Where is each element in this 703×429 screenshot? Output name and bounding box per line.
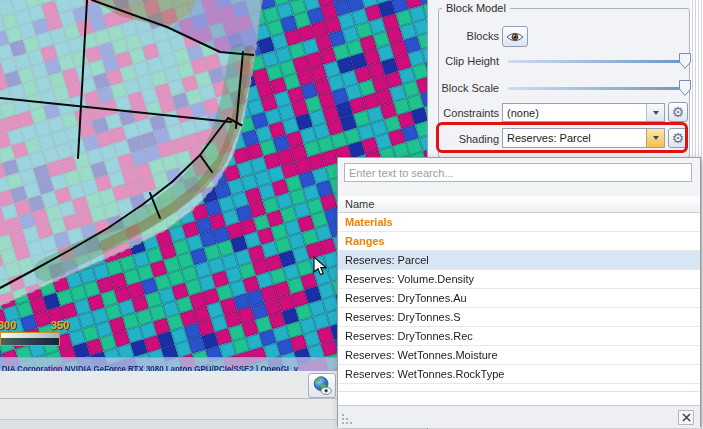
shading-options-list: Materials Ranges Reserves: Parcel Reserv… — [338, 213, 700, 384]
list-item-volume-density[interactable]: Reserves: Volume.Density — [338, 270, 700, 289]
close-icon — [682, 413, 691, 422]
gear-icon: ⚙ — [672, 105, 685, 119]
globe-view-button[interactable] — [308, 373, 336, 398]
blocks-label: Blocks — [428, 30, 499, 43]
chevron-down-icon — [653, 111, 659, 115]
scale-bar-bottom — [1, 338, 59, 345]
constraints-settings-button[interactable]: ⚙ — [668, 102, 688, 122]
constraints-combo[interactable]: (none) — [502, 103, 665, 122]
list-item-drytonnes-rec[interactable]: Reserves: DryTonnes.Rec — [338, 327, 700, 346]
scale-label-350: 350 — [51, 319, 69, 331]
scale-label-300: 300 — [0, 319, 16, 331]
list-item-wettonnes-rocktype[interactable]: Reserves: WetTonnes.RockType — [338, 365, 700, 384]
clip-height-label: Clip Height — [428, 55, 499, 68]
shading-highlight-ring — [436, 122, 688, 153]
shading-dropdown-popup: Name Materials Ranges Reserves: Parcel R… — [337, 157, 701, 427]
constraints-combo-arrow[interactable] — [646, 104, 664, 121]
resize-grip[interactable] — [341, 411, 354, 425]
scale-bar — [0, 332, 60, 346]
block-scale-slider-thumb[interactable] — [679, 80, 691, 96]
list-item-wettonnes-moisture[interactable]: Reserves: WetTonnes.Moisture — [338, 346, 700, 365]
block-scale-slider-track[interactable] — [508, 87, 691, 90]
mouse-cursor-icon — [313, 256, 327, 281]
globe-icon — [311, 375, 333, 396]
block-scale-label: Block Scale — [428, 82, 499, 95]
popup-search-area — [338, 158, 700, 196]
popup-footer — [338, 405, 700, 428]
clip-height-slider-track[interactable] — [508, 60, 691, 63]
list-item-drytonnes-au[interactable]: Reserves: DryTonnes.Au — [338, 289, 700, 308]
eye-icon — [506, 31, 524, 43]
popup-close-button[interactable] — [678, 410, 694, 425]
application-window: 300 350 DIA Corporation NVIDIA GeForce R… — [0, 0, 703, 429]
group-title: Block Model — [442, 2, 510, 14]
search-input[interactable] — [344, 163, 692, 182]
list-end-divider — [338, 391, 700, 392]
clip-height-slider-thumb[interactable] — [679, 53, 691, 69]
list-group-ranges[interactable]: Ranges — [338, 232, 700, 251]
constraints-combo-value: (none) — [503, 107, 646, 119]
gpu-status-text: DIA Corporation NVIDIA GeForce RTX 3080 … — [0, 363, 298, 371]
list-item-drytonnes-s[interactable]: Reserves: DryTonnes.S — [338, 308, 700, 327]
list-group-materials[interactable]: Materials — [338, 213, 700, 232]
blocks-visibility-button[interactable] — [502, 26, 528, 47]
list-column-header: Name — [338, 196, 700, 213]
constraints-label: Constraints — [428, 107, 499, 120]
list-item-reserves-parcel[interactable]: Reserves: Parcel — [338, 251, 700, 270]
